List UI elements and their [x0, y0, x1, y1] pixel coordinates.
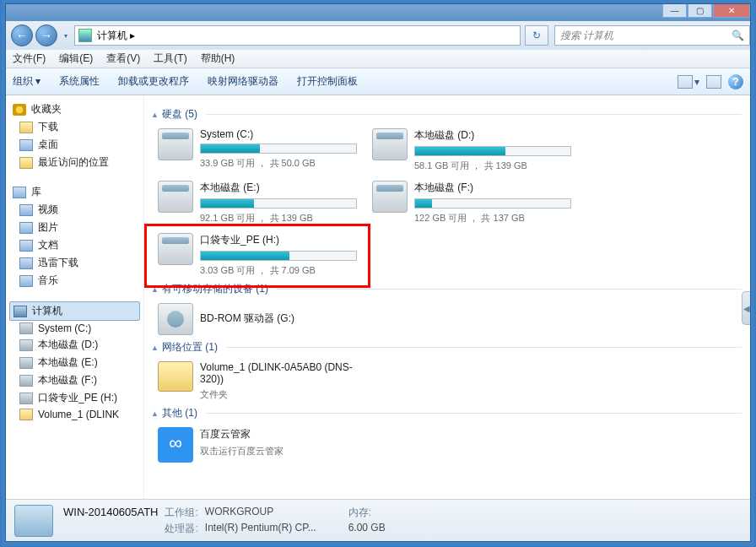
usage-bar [200, 198, 357, 209]
toolbar-view-controls: ▾ ? [678, 74, 743, 89]
maximize-button[interactable]: ▢ [688, 4, 712, 18]
download-icon [19, 257, 33, 269]
nav-bar: ← → ▾ 计算机 ▸ ↻ 搜索 计算机 🔍 [6, 21, 750, 50]
help-button[interactable]: ? [728, 74, 743, 89]
menu-help[interactable]: 帮助(H) [201, 51, 235, 66]
tree-videos[interactable]: 视频 [9, 201, 140, 219]
tree-music[interactable]: 音乐 [9, 272, 140, 290]
tree-downloads[interactable]: 下载 [9, 118, 140, 136]
preview-pane-button[interactable] [706, 75, 721, 89]
drive-e[interactable]: 本地磁盘 (E:)92.1 GB 可用 ， 共 139 GB [158, 181, 357, 225]
system-properties-button[interactable]: 系统属性 [59, 74, 100, 89]
picture-icon [19, 222, 33, 234]
cpu-label: 处理器: [165, 522, 197, 536]
other-baidu[interactable]: 百度云管家双击运行百度云管家 [158, 427, 357, 463]
usage-bar [200, 144, 357, 154]
recent-icon [19, 157, 33, 169]
tree-drive-h[interactable]: 口袋专业_PE (H:) [9, 389, 140, 407]
drive-icon [19, 375, 33, 387]
tree-volume1[interactable]: Volume_1 (DLINK [9, 407, 140, 422]
tree-libraries[interactable]: 库 [9, 183, 140, 201]
desktop-icon [19, 139, 33, 151]
group-hard-disks[interactable]: ▲硬盘 (5) [151, 107, 742, 122]
hdd-icon [158, 233, 193, 265]
menu-edit[interactable]: 编辑(E) [59, 51, 93, 66]
drive-c[interactable]: System (C:)33.9 GB 可用 ， 共 50.0 GB [158, 128, 357, 172]
tree-documents[interactable]: 文档 [9, 236, 140, 254]
menu-file[interactable]: 文件(F) [13, 51, 46, 66]
address-bar[interactable]: 计算机 ▸ [74, 25, 521, 46]
drive-icon [19, 339, 33, 351]
baidu-cloud-icon [158, 427, 193, 463]
minimize-button[interactable]: — [662, 4, 687, 18]
drive-icon [19, 393, 33, 404]
tree-drive-f[interactable]: 本地磁盘 (F:) [9, 371, 140, 389]
netloc-volume1[interactable]: Volume_1 (DLINK-0A5AB0 (DNS-320))文件夹 [158, 361, 357, 401]
search-input[interactable]: 搜索 计算机 🔍 [554, 25, 750, 46]
network-folder-icon [158, 361, 193, 392]
hdd-icon [158, 128, 193, 160]
drive-h[interactable]: 口袋专业_PE (H:)3.03 GB 可用 ， 共 7.09 GB [158, 233, 357, 277]
tree-drive-d[interactable]: 本地磁盘 (D:) [9, 336, 140, 354]
explorer-window: — ▢ ✕ ← → ▾ 计算机 ▸ ↻ 搜索 计算机 🔍 文件(F) 编辑(E)… [5, 3, 751, 542]
tree-computer[interactable]: 计算机 [9, 301, 140, 321]
menu-tools[interactable]: 工具(T) [154, 51, 186, 66]
collapse-icon: ▲ [151, 285, 159, 294]
group-removable[interactable]: ▲有可移动存储的设备 (1) [151, 282, 742, 296]
tree-recent[interactable]: 最近访问的位置 [9, 154, 140, 171]
computer-name: WIN-20140605ATH [63, 506, 158, 520]
body: 收藏夹 下载 桌面 最近访问的位置 库 视频 图片 文档 迅雷下载 音乐 计算机… [6, 95, 750, 499]
group-other[interactable]: ▲其他 (1) [151, 406, 742, 420]
computer-icon [14, 306, 27, 317]
drive-d[interactable]: 本地磁盘 (D:)58.1 GB 可用 ， 共 139 GB [372, 128, 571, 172]
menu-view[interactable]: 查看(V) [106, 51, 140, 66]
nav-tree: 收藏夹 下载 桌面 最近访问的位置 库 视频 图片 文档 迅雷下载 音乐 计算机… [6, 95, 144, 499]
refresh-button[interactable]: ↻ [525, 25, 548, 46]
tree-pictures[interactable]: 图片 [9, 219, 140, 236]
drive-icon [19, 322, 33, 334]
star-icon [13, 104, 26, 116]
tree-drive-c[interactable]: System (C:) [9, 321, 140, 336]
tree-drive-e[interactable]: 本地磁盘 (E:) [9, 354, 140, 371]
details-pane: WIN-20140605ATH 工作组:WORKGROUP 内存: 处理器:In… [6, 499, 750, 541]
network-folder-icon [19, 409, 33, 420]
cpu-value: Intel(R) Pentium(R) CP... [205, 522, 316, 536]
computer-large-icon [14, 505, 53, 537]
back-button[interactable]: ← [11, 24, 33, 46]
tree-desktop[interactable]: 桌面 [9, 136, 140, 154]
tiles-icon [678, 75, 693, 89]
workgroup-label: 工作组: [165, 506, 197, 520]
collapse-icon: ▲ [151, 111, 159, 119]
side-grip[interactable]: ◀ [742, 291, 750, 325]
optical-drive-icon [158, 303, 193, 335]
video-icon [19, 204, 33, 216]
forward-button[interactable]: → [35, 24, 57, 46]
folder-icon [19, 122, 33, 133]
view-mode-button[interactable]: ▾ [678, 75, 699, 89]
group-network[interactable]: ▲网络位置 (1) [151, 340, 742, 355]
uninstall-button[interactable]: 卸载或更改程序 [118, 74, 189, 89]
tree-xunlei[interactable]: 迅雷下载 [9, 254, 140, 272]
usage-bar [414, 146, 571, 156]
collapse-icon: ▲ [151, 344, 159, 352]
library-icon [13, 187, 26, 198]
organize-button[interactable]: 组织 ▾ [13, 74, 40, 89]
usage-bar [200, 251, 357, 261]
close-button[interactable]: ✕ [713, 4, 750, 18]
document-icon [19, 240, 33, 252]
drive-icon [19, 357, 33, 369]
hdd-icon [372, 128, 408, 160]
history-dropdown[interactable]: ▾ [60, 27, 72, 44]
computer-icon [78, 29, 92, 42]
tree-favorites[interactable]: 收藏夹 [9, 100, 140, 118]
memory-value: 6.00 GB [348, 522, 386, 536]
drive-optical-g[interactable]: BD-ROM 驱动器 (G:) [158, 303, 357, 335]
control-panel-button[interactable]: 打开控制面板 [297, 74, 358, 89]
map-network-drive-button[interactable]: 映射网络驱动器 [208, 74, 278, 89]
music-icon [19, 275, 33, 287]
drive-f[interactable]: 本地磁盘 (F:)122 GB 可用 ， 共 137 GB [372, 181, 571, 225]
search-icon[interactable]: 🔍 [732, 30, 744, 41]
hdd-icon [372, 181, 408, 213]
titlebar: — ▢ ✕ [6, 4, 750, 21]
address-path: 计算机 ▸ [97, 29, 135, 43]
